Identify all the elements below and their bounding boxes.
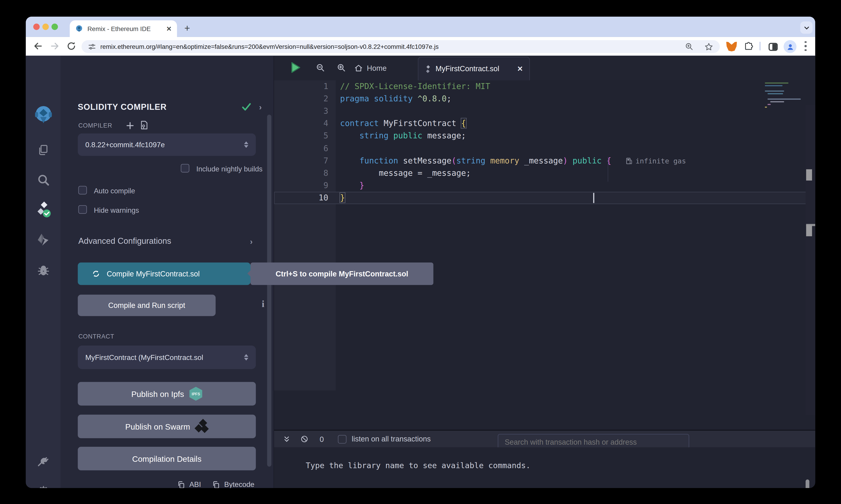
- compile-button[interactable]: Compile MyFirstContract.sol: [78, 263, 251, 285]
- line-number: 5: [274, 130, 336, 142]
- browser-tabstrip: Remix - Ethereum IDE ✕ +: [26, 17, 816, 37]
- compiler-file-icon[interactable]: [139, 120, 149, 130]
- compile-button-label: Compile MyFirstContract.sol: [107, 270, 200, 278]
- publish-ipfs-label: Publish on Ipfs: [132, 389, 184, 398]
- tab-myfirstcontract[interactable]: MyFirstContract.sol ✕: [418, 57, 530, 80]
- traffic-light-close[interactable]: [33, 23, 40, 30]
- tab-overflow-button[interactable]: [800, 21, 813, 34]
- run-script-icon[interactable]: [291, 61, 301, 73]
- compile-and-run-button[interactable]: Compile and Run script: [78, 295, 216, 316]
- terminal-scrollbar[interactable]: [806, 480, 809, 488]
- collapse-terminal-icon[interactable]: [283, 435, 290, 443]
- line-number: 2: [274, 93, 336, 105]
- panel-pin-chevron-icon[interactable]: ›: [259, 102, 262, 111]
- code-text: }: [336, 179, 364, 192]
- publish-swarm-button[interactable]: Publish on Swarm: [78, 415, 256, 438]
- zoom-page-icon[interactable]: [685, 42, 693, 51]
- compilation-details-button[interactable]: Compilation Details: [78, 447, 256, 470]
- zoom-out-icon[interactable]: [316, 63, 325, 72]
- terminal-body[interactable]: Type the library name to see available c…: [274, 447, 815, 488]
- code-line-8[interactable]: 8 message = _message;: [274, 167, 810, 179]
- traffic-light-minimize[interactable]: [42, 23, 49, 30]
- listen-transactions-label: listen on all transactions: [352, 435, 431, 443]
- advanced-configurations[interactable]: Advanced Configurations: [79, 236, 171, 246]
- code-line-6[interactable]: 6: [274, 142, 810, 155]
- solidity-compiler-icon-active[interactable]: [26, 198, 61, 221]
- code-editor[interactable]: 1// SPDX-License-Identifier: MIT2pragma …: [274, 80, 815, 391]
- deploy-run-icon[interactable]: [26, 228, 61, 252]
- chrome-menu-icon[interactable]: [804, 41, 806, 51]
- url-text[interactable]: remix.ethereum.org/#lang=en&optimize=fal…: [100, 43, 685, 51]
- include-nightly-checkbox[interactable]: [181, 164, 189, 173]
- copy-abi-icon[interactable]: [177, 481, 186, 488]
- code-line-9[interactable]: 9 }: [274, 179, 810, 192]
- ipfs-logo-icon: IPFS: [189, 387, 202, 401]
- bytecode-label[interactable]: Bytecode: [224, 481, 254, 488]
- remix-favicon: [75, 25, 83, 33]
- scroll-marker: [806, 169, 812, 181]
- compiler-version-value: 0.8.22+commit.4fc1097e: [85, 141, 165, 149]
- remix-logo[interactable]: [26, 103, 61, 126]
- code-line-3[interactable]: 3: [274, 105, 810, 117]
- line-number: 8: [274, 167, 336, 179]
- forward-icon[interactable]: [50, 41, 59, 51]
- add-compiler-icon[interactable]: [125, 121, 135, 130]
- compiler-version-select[interactable]: 0.8.22+commit.4fc1097e: [78, 133, 256, 156]
- browser-tab[interactable]: Remix - Ethereum IDE ✕: [70, 20, 177, 37]
- bookmark-star-icon[interactable]: [704, 42, 714, 51]
- search-icon[interactable]: [26, 168, 61, 192]
- compile-success-check-icon: [241, 102, 252, 112]
- new-tab-button[interactable]: +: [180, 21, 194, 35]
- compilation-details-label: Compilation Details: [132, 454, 201, 463]
- listen-transactions-checkbox[interactable]: [338, 435, 346, 444]
- metamask-icon[interactable]: [725, 41, 737, 53]
- advanced-chevron-icon[interactable]: ›: [250, 237, 253, 246]
- tab-close-icon[interactable]: ✕: [166, 25, 172, 32]
- code-line-4[interactable]: 4contract MyFirstContract {: [274, 118, 810, 130]
- code-text: // SPDX-License-Identifier: MIT: [336, 80, 490, 93]
- contract-select[interactable]: MyFirstContract (MyFirstContract.sol: [78, 346, 256, 369]
- overview-ruler[interactable]: [806, 105, 815, 415]
- publish-swarm-label: Publish on Swarm: [125, 422, 190, 431]
- hide-warnings-checkbox[interactable]: [79, 205, 87, 214]
- split-view-icon[interactable]: [767, 41, 779, 53]
- traffic-light-zoom[interactable]: [51, 23, 58, 30]
- line-number: 4: [274, 118, 336, 130]
- code-line-10[interactable]: 10}: [274, 192, 810, 204]
- code-text: message = _message;: [336, 167, 471, 179]
- settings-gear-icon[interactable]: [26, 480, 61, 488]
- code-text: function setMessage(string memory _messa…: [336, 155, 611, 167]
- tab-close-icon[interactable]: ✕: [517, 65, 523, 73]
- code-line-7[interactable]: 7 function setMessage(string memory _mes…: [274, 155, 810, 167]
- panel-scrollbar[interactable]: [267, 114, 272, 467]
- clear-console-icon[interactable]: [300, 435, 308, 443]
- abi-label[interactable]: ABI: [189, 481, 201, 488]
- publish-ipfs-button[interactable]: Publish on Ipfs IPFS: [78, 382, 256, 406]
- site-settings-icon[interactable]: [88, 43, 96, 51]
- back-icon[interactable]: [33, 41, 43, 51]
- url-bar[interactable]: remix.ethereum.org/#lang=en&optimize=fal…: [82, 40, 720, 53]
- plugin-manager-icon[interactable]: [26, 449, 61, 472]
- code-line-2[interactable]: 2pragma solidity ^0.8.0;: [274, 93, 810, 105]
- toolbar-divider: [759, 42, 760, 51]
- contract-section-label: CONTRACT: [79, 333, 114, 340]
- zoom-in-icon[interactable]: [337, 63, 346, 72]
- auto-compile-checkbox[interactable]: [79, 186, 87, 195]
- profile-avatar[interactable]: [784, 40, 796, 53]
- code-line-1[interactable]: 1// SPDX-License-Identifier: MIT: [274, 80, 810, 93]
- copy-bytecode-icon[interactable]: [212, 481, 221, 488]
- file-explorer-icon[interactable]: [26, 138, 61, 162]
- minimap[interactable]: [765, 83, 805, 121]
- code-line-5[interactable]: 5 string public message;: [274, 130, 810, 142]
- person-icon: [786, 43, 794, 51]
- contract-select-value: MyFirstContract (MyFirstContract.sol: [85, 353, 203, 361]
- sync-icon: [92, 270, 100, 278]
- tab-home[interactable]: Home: [354, 56, 387, 80]
- info-icon[interactable]: i: [262, 298, 264, 309]
- file-tab-label: MyFirstContract.sol: [435, 65, 517, 73]
- extensions-icon[interactable]: [743, 41, 755, 53]
- terminal-toolbar: 0 listen on all transactions: [274, 431, 815, 447]
- reload-icon[interactable]: [67, 41, 76, 51]
- compile-tooltip: Ctrl+S to compile MyFirstContract.sol: [251, 263, 433, 285]
- debugger-icon[interactable]: [26, 258, 61, 282]
